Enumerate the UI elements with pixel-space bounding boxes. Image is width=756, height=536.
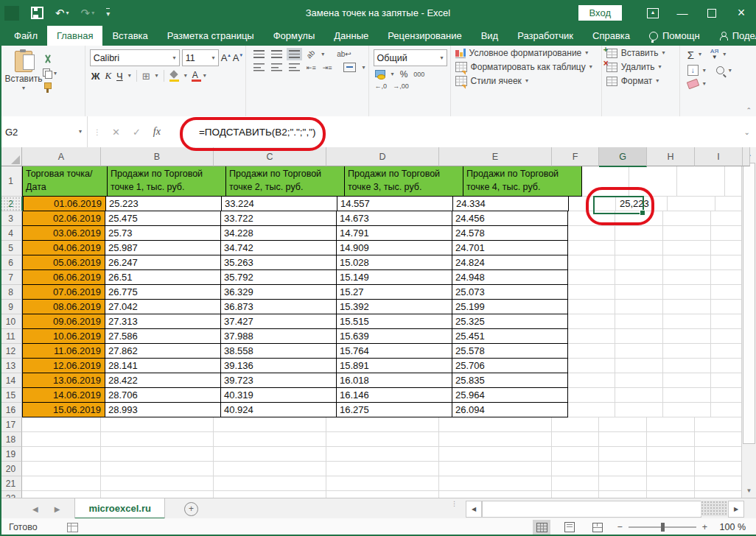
cell-E8[interactable]: 25.073 bbox=[452, 285, 568, 300]
delete-cells-button[interactable]: Удалить▾ bbox=[606, 62, 676, 72]
tab-2[interactable]: Вставка bbox=[102, 26, 157, 46]
cell-G17[interactable] bbox=[599, 417, 647, 432]
cell-F13[interactable] bbox=[568, 359, 615, 373]
cell-E18[interactable] bbox=[439, 432, 552, 447]
zoom-in-button[interactable]: + bbox=[702, 522, 707, 532]
add-sheet-icon[interactable]: + bbox=[184, 502, 198, 516]
cell-A16[interactable]: 15.06.2019 bbox=[22, 403, 105, 417]
cell-I18[interactable] bbox=[695, 432, 742, 447]
fill-button[interactable]: ↓ bbox=[687, 65, 699, 76]
confirm-entry-icon[interactable]: ✓ bbox=[133, 127, 141, 138]
cell-C6[interactable]: 35.263 bbox=[221, 255, 337, 270]
tab-5[interactable]: Данные bbox=[324, 26, 378, 46]
cell-C21[interactable] bbox=[214, 476, 326, 491]
cell-E21[interactable] bbox=[439, 476, 552, 491]
cell-I20[interactable] bbox=[695, 462, 742, 476]
cell-A12[interactable]: 11.06.2019 bbox=[22, 344, 105, 359]
row-header-17[interactable]: 17 bbox=[0, 417, 22, 432]
cell-A19[interactable] bbox=[22, 447, 101, 462]
cell-I9[interactable] bbox=[711, 300, 742, 314]
cell-G5[interactable] bbox=[615, 241, 663, 255]
cell-E10[interactable]: 25.325 bbox=[452, 314, 568, 329]
row-header-4[interactable]: 4 bbox=[0, 226, 22, 241]
increase-decimal-button[interactable]: ←,0 bbox=[375, 82, 388, 90]
cell-C20[interactable] bbox=[214, 462, 326, 476]
cell-G13[interactable] bbox=[615, 359, 663, 373]
cell-B22[interactable] bbox=[101, 491, 214, 498]
cell-B5[interactable]: 25.987 bbox=[105, 241, 221, 255]
row-header-8[interactable]: 8 bbox=[0, 285, 22, 300]
cell-D17[interactable] bbox=[326, 417, 439, 432]
collapse-ribbon-icon[interactable]: ⌃ bbox=[746, 107, 752, 114]
row-header-5[interactable]: 5 bbox=[0, 241, 22, 255]
cell-F18[interactable] bbox=[552, 432, 599, 447]
cell-H8[interactable] bbox=[663, 285, 711, 300]
cell-C14[interactable]: 39.723 bbox=[221, 373, 337, 388]
cell-D3[interactable]: 14.673 bbox=[337, 211, 452, 226]
zoom-level[interactable]: 100 % bbox=[718, 522, 746, 532]
cell-E5[interactable]: 24.701 bbox=[452, 241, 568, 255]
cell-E1[interactable]: Продажи по Торговой точке 4, тыс. руб. bbox=[463, 166, 582, 197]
column-header-I[interactable]: I bbox=[695, 147, 743, 166]
cell-F12[interactable] bbox=[568, 344, 615, 359]
page-break-view-button[interactable] bbox=[589, 520, 606, 535]
redo-button[interactable]: ↷▾ bbox=[81, 7, 95, 20]
cell-C12[interactable]: 38.558 bbox=[221, 344, 337, 359]
cell-A4[interactable]: 03.06.2019 bbox=[22, 226, 105, 241]
select-all-corner[interactable] bbox=[0, 147, 22, 166]
cell-C17[interactable] bbox=[214, 417, 326, 432]
cell-B3[interactable]: 25.475 bbox=[105, 211, 221, 226]
cell-A9[interactable]: 08.06.2019 bbox=[22, 300, 105, 314]
cell-F10[interactable] bbox=[568, 314, 615, 329]
cell-A5[interactable]: 04.06.2019 bbox=[22, 241, 105, 255]
grow-font-button[interactable]: A▴ bbox=[221, 52, 231, 63]
cell-B1[interactable]: Продажи по Торговой точке 1, тыс. руб. bbox=[108, 166, 226, 197]
insert-cells-button[interactable]: Вставить▾ bbox=[606, 48, 676, 58]
expand-formula-bar-icon[interactable]: ⌄ bbox=[744, 128, 756, 136]
column-header-F[interactable]: F bbox=[552, 147, 599, 166]
cell-H16[interactable] bbox=[663, 403, 711, 417]
cell-D8[interactable]: 15.27 bbox=[337, 285, 452, 300]
tab-10[interactable]: Помощн bbox=[640, 26, 710, 46]
format-as-table-button[interactable]: Форматировать как таблицу▾ bbox=[455, 62, 598, 72]
cell-F4[interactable] bbox=[568, 226, 615, 241]
conditional-formatting-button[interactable]: Условное форматирование▾ bbox=[455, 48, 598, 58]
cell-G8[interactable] bbox=[615, 285, 663, 300]
comma-format-button[interactable]: 000 bbox=[413, 71, 424, 78]
cell-H18[interactable] bbox=[647, 432, 695, 447]
tab-8[interactable]: Разработчик bbox=[508, 26, 583, 46]
cell-I5[interactable] bbox=[711, 241, 742, 255]
cell-C16[interactable]: 40.924 bbox=[221, 403, 337, 417]
cell-B12[interactable]: 27.862 bbox=[105, 344, 221, 359]
autosum-button[interactable]: Σ bbox=[687, 49, 694, 60]
italic-button[interactable]: К bbox=[105, 70, 111, 82]
cell-D7[interactable]: 15.149 bbox=[337, 270, 452, 285]
cell-B10[interactable]: 27.313 bbox=[105, 314, 221, 329]
cell-F11[interactable] bbox=[568, 329, 615, 344]
row-header-13[interactable]: 13 bbox=[0, 359, 22, 373]
copy-button[interactable]: ▾ bbox=[43, 68, 57, 78]
cell-D20[interactable] bbox=[326, 462, 439, 476]
column-header-A[interactable]: A bbox=[22, 147, 101, 166]
row-header-10[interactable]: 10 bbox=[0, 314, 22, 329]
cell-E17[interactable] bbox=[439, 417, 552, 432]
cell-B8[interactable]: 26.775 bbox=[105, 285, 221, 300]
find-select-icon[interactable] bbox=[716, 66, 724, 74]
cell-G16[interactable] bbox=[615, 403, 663, 417]
cell-I1[interactable] bbox=[725, 166, 742, 197]
fill-color-button[interactable] bbox=[169, 71, 179, 81]
font-color-button[interactable]: А bbox=[192, 71, 198, 82]
row-header-11[interactable]: 11 bbox=[0, 329, 22, 344]
cell-H4[interactable] bbox=[663, 226, 711, 241]
cell-D12[interactable]: 15.764 bbox=[337, 344, 452, 359]
cell-A18[interactable] bbox=[22, 432, 101, 447]
cell-D16[interactable]: 16.275 bbox=[337, 403, 452, 417]
cell-E4[interactable]: 24.578 bbox=[452, 226, 568, 241]
horizontal-scroll-thumb[interactable] bbox=[482, 501, 701, 518]
cell-G21[interactable] bbox=[599, 476, 647, 491]
row-header-16[interactable]: 16 bbox=[0, 403, 22, 417]
row-header-20[interactable]: 20 bbox=[0, 462, 22, 476]
cell-H20[interactable] bbox=[647, 462, 695, 476]
cell-A7[interactable]: 06.06.2019 bbox=[22, 270, 105, 285]
row-header-14[interactable]: 14 bbox=[0, 373, 22, 388]
